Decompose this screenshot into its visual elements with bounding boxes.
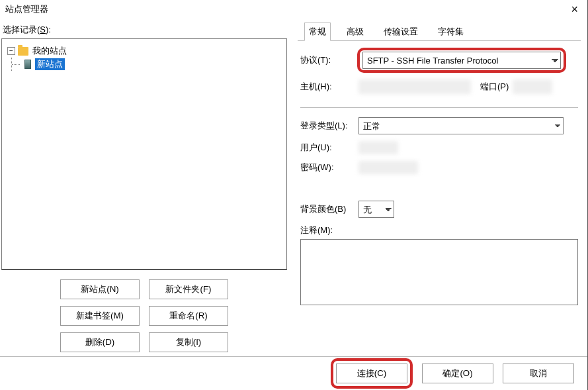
bgcolor-row: 背景颜色(B) 无	[300, 201, 578, 218]
tab-general-label: 常规	[309, 26, 326, 36]
cancel-button[interactable]: 取消	[503, 364, 574, 383]
password-row: 密码(W):	[300, 161, 578, 174]
port-input-redacted[interactable]	[513, 79, 552, 94]
tab-transfer-label: 传输设置	[384, 26, 418, 36]
main-area: 选择记录(S): − 我的站点 新站点 新站点(N) 新文件夹(F) 新建书签(…	[0, 19, 587, 356]
new-folder-button-label: 新文件夹(F)	[165, 283, 211, 295]
select-record-label-prefix: 选择记录(	[3, 24, 40, 34]
tree-root-label: 我的站点	[32, 45, 67, 57]
cancel-button-label: 取消	[530, 367, 547, 379]
user-row: 用户(U):	[300, 141, 578, 154]
copy-button-label: 复制(I)	[176, 336, 202, 348]
bgcolor-select[interactable]: 无	[358, 201, 394, 218]
server-icon	[24, 60, 31, 69]
note-label-row: 注释(M):	[300, 224, 578, 236]
right-pane: 常规 高级 传输设置 字符集 协议(T): SFTP - SSH File Tr…	[291, 19, 587, 356]
note-label: 注释(M):	[300, 224, 333, 236]
site-tree[interactable]: − 我的站点 新站点	[1, 38, 287, 270]
protocol-highlight-box: SFTP - SSH File Transfer Protocol	[357, 48, 566, 73]
new-bookmark-button-label: 新建书签(M)	[76, 310, 124, 322]
tree-root-row[interactable]: − 我的站点	[7, 44, 281, 58]
tab-transfer[interactable]: 传输设置	[380, 23, 422, 40]
rename-button[interactable]: 重命名(R)	[149, 306, 228, 326]
select-record-label-key: S	[40, 24, 46, 34]
title-bar: 站点管理器 ×	[0, 0, 587, 19]
collapse-icon[interactable]: −	[7, 47, 15, 55]
delete-button[interactable]: 删除(D)	[60, 332, 140, 352]
logon-type-select[interactable]: 正常	[358, 117, 564, 134]
note-textarea[interactable]	[300, 239, 578, 305]
password-input-redacted[interactable]	[358, 161, 418, 174]
port-label: 端口(P)	[480, 81, 509, 93]
password-label: 密码(W):	[300, 162, 358, 173]
ok-button-label: 确定(O)	[442, 367, 472, 379]
tabs: 常规 高级 传输设置 字符集	[298, 23, 581, 41]
general-form: 协议(T): SFTP - SSH File Transfer Protocol…	[298, 41, 581, 307]
host-row: 主机(H): 端口(P)	[300, 79, 578, 94]
tab-general[interactable]: 常规	[304, 23, 331, 41]
delete-button-label: 删除(D)	[85, 336, 115, 348]
select-record-label-suffix: ):	[46, 24, 51, 34]
tab-charset-label: 字符集	[438, 26, 464, 36]
tree-site-row[interactable]: 新站点	[7, 58, 281, 71]
left-pane: 选择记录(S): − 我的站点 新站点 新站点(N) 新文件夹(F) 新建书签(…	[0, 19, 291, 356]
separator-1	[300, 107, 578, 108]
new-folder-button[interactable]: 新文件夹(F)	[149, 279, 228, 299]
folder-icon	[18, 47, 28, 56]
protocol-row: 协议(T): SFTP - SSH File Transfer Protocol	[300, 48, 578, 73]
new-bookmark-button[interactable]: 新建书签(M)	[60, 306, 140, 326]
connect-highlight-box: 连接(C)	[331, 358, 413, 389]
select-record-label: 选择记录(S):	[3, 24, 287, 36]
rename-button-label: 重命名(R)	[169, 310, 208, 322]
window-title: 站点管理器	[5, 3, 567, 15]
tab-advanced-label: 高级	[347, 26, 364, 36]
protocol-label: 协议(T):	[300, 54, 358, 66]
user-label: 用户(U):	[300, 142, 358, 154]
logon-type-label: 登录类型(L):	[300, 120, 358, 132]
copy-button[interactable]: 复制(I)	[149, 332, 228, 352]
tab-advanced[interactable]: 高级	[343, 23, 368, 40]
new-site-button[interactable]: 新站点(N)	[60, 279, 140, 299]
left-button-grid: 新站点(N) 新文件夹(F) 新建书签(M) 重命名(R) 删除(D) 复制(I…	[1, 279, 287, 352]
protocol-select[interactable]: SFTP - SSH File Transfer Protocol	[362, 52, 561, 69]
new-site-button-label: 新站点(N)	[81, 283, 119, 295]
connect-button-label: 连接(C)	[357, 367, 387, 379]
tree-site-label: 新站点	[35, 58, 65, 70]
connect-button[interactable]: 连接(C)	[336, 364, 407, 383]
host-label: 主机(H):	[300, 81, 358, 93]
host-input-redacted[interactable]	[358, 79, 471, 94]
tree-connector-icon	[11, 58, 23, 71]
bottom-bar: 连接(C) 确定(O) 取消	[0, 356, 587, 389]
user-input-redacted[interactable]	[358, 141, 398, 154]
tab-charset[interactable]: 字符集	[434, 23, 468, 40]
bgcolor-label: 背景颜色(B)	[300, 203, 358, 215]
ok-button[interactable]: 确定(O)	[422, 364, 493, 383]
close-icon[interactable]: ×	[567, 3, 582, 17]
logon-row: 登录类型(L): 正常	[300, 117, 578, 134]
